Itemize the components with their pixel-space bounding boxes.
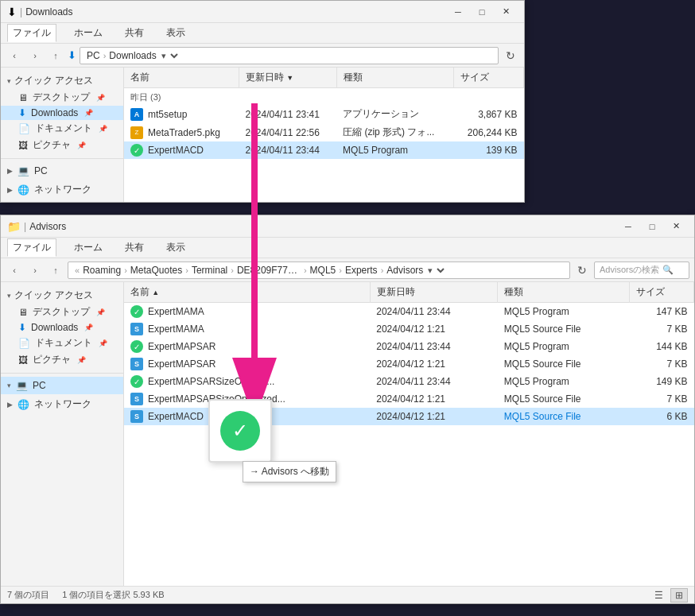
win1-col-size[interactable]: サイズ <box>453 68 523 88</box>
win2-sidebar: ▾ クイック アクセス 🖥 デスクトップ 📌 ⬇ Downloads 📌 📄 ド… <box>1 282 124 586</box>
win2-tab-home[interactable]: ホーム <box>69 239 107 256</box>
win2-tab-share[interactable]: 共有 <box>120 239 149 256</box>
win2-sidebar-pc[interactable]: ▾ 💻 PC <box>1 377 123 394</box>
win1-desktop-label: デスクトップ <box>33 91 90 104</box>
win1-col-date[interactable]: 更新日時 ▼ <box>239 68 336 88</box>
win2-col-size[interactable]: サイズ <box>629 282 693 303</box>
win1-sidebar: ▾ クイック アクセス 🖥 デスクトップ 📌 ⬇ Downloads 📌 📄 ド… <box>1 68 124 202</box>
win1-col-name[interactable]: 名前 <box>124 68 239 88</box>
table-row[interactable]: ✓ ExpertMAPSARSizeOptimiz... 2024/04/11 … <box>124 373 694 390</box>
win1-file-size-2: 139 KB <box>453 141 523 159</box>
win1-tab-file[interactable]: ファイル <box>7 24 56 42</box>
win2-quick-access-header[interactable]: ▾ クイック アクセス <box>1 287 123 304</box>
win1-minimize-button[interactable]: ─ <box>446 4 470 20</box>
win2-up-button[interactable]: ↑ <box>47 262 64 279</box>
win1-address-box[interactable]: PC › Downloads ▾ <box>80 47 499 64</box>
win2-pictures-label: ピクチャ <box>33 353 71 366</box>
win1-file-name-1: Z MetaTrader5.pkg <box>124 123 239 141</box>
win1-file-date-0: 2024/04/11 23:41 <box>239 105 336 123</box>
win1-breadcrumb-downloads[interactable]: Downloads <box>109 50 156 61</box>
win2-address-dropdown[interactable]: ▾ <box>423 265 447 276</box>
table-row[interactable]: ✓ ExpertMAMA 2024/04/11 23:44 MQL5 Progr… <box>124 303 694 321</box>
table-row[interactable]: Z MetaTrader5.pkg 2024/04/11 22:56 圧縮 (z… <box>124 123 524 141</box>
win2-sidebar-downloads[interactable]: ⬇ Downloads 📌 <box>1 320 123 335</box>
win2-bc-roaming[interactable]: Roaming <box>83 265 121 276</box>
win2-file-name-0: ✓ ExpertMAMA <box>124 303 370 321</box>
win1-close-button[interactable]: ✕ <box>494 4 518 20</box>
win2-network-label: ネットワーク <box>34 397 91 411</box>
win1-col-type[interactable]: 種類 <box>336 68 453 88</box>
win1-quick-access-label: クイック アクセス <box>14 74 93 87</box>
win2-col-name[interactable]: 名前 ▲ <box>124 282 370 303</box>
win1-address-dropdown[interactable]: ▾ <box>157 50 181 61</box>
win2-bc-terminal[interactable]: Terminal <box>192 265 227 276</box>
win2-forward-button[interactable]: › <box>26 262 44 279</box>
table-row[interactable]: S ExpertMAMA 2024/04/12 1:21 MQL5 Source… <box>124 320 694 338</box>
win1-sidebar-documents[interactable]: 📄 ドキュメント 📌 <box>1 120 123 137</box>
mq5-icon: ✓ <box>130 144 143 157</box>
win2-address-box[interactable]: « Roaming › MetaQuotes › Terminal › DE82… <box>68 262 570 279</box>
win1-tab-view[interactable]: 表示 <box>161 25 190 41</box>
win1-refresh-button[interactable]: ↻ <box>502 47 519 64</box>
win1-ribbon: ファイル ホーム 共有 表示 <box>1 23 524 44</box>
win1-file-table: 名前 更新日時 ▼ 種類 サイズ 昨日 (3) <box>124 68 524 159</box>
win2-col-date[interactable]: 更新日時 <box>370 282 498 303</box>
win2-title: Advisors <box>29 221 616 232</box>
win1-tab-home[interactable]: ホーム <box>69 25 107 41</box>
win1-documents-label: ドキュメント <box>35 122 92 135</box>
win2-bc-mql5[interactable]: MQL5 <box>310 265 336 276</box>
win1-sidebar-downloads[interactable]: ⬇ Downloads 📌 <box>1 106 123 120</box>
table-row[interactable]: ✓ ExpertMAPSAR 2024/04/11 23:44 MQL5 Pro… <box>124 338 694 355</box>
win1-quick-access-section: ▾ クイック アクセス 🖥 デスクトップ 📌 ⬇ Downloads 📌 📄 ド… <box>1 71 123 155</box>
win1-documents-icon: 📄 <box>18 123 30 134</box>
win2-ribbon: ファイル ホーム 共有 表示 <box>1 238 694 258</box>
mq5-src-icon-3: S <box>130 393 143 405</box>
win2-documents-label: ドキュメント <box>35 336 92 350</box>
win1-maximize-button[interactable]: □ <box>470 4 494 20</box>
win2-tab-view[interactable]: 表示 <box>161 239 190 256</box>
win2-documents-icon: 📄 <box>18 338 30 349</box>
win2-bc-metaquotes[interactable]: MetaQuotes <box>130 265 182 276</box>
table-row[interactable]: ✓ ExpertMACD 2024/04/11 23:44 MQL5 Progr… <box>124 141 524 159</box>
win1-sidebar-pc[interactable]: ▶ 💻 PC <box>1 162 123 180</box>
win1-desktop-icon: 🖥 <box>18 92 28 103</box>
win1-quick-access-chevron: ▾ <box>7 77 11 85</box>
win1-back-button[interactable]: ‹ <box>6 47 23 64</box>
win2-sidebar-desktop[interactable]: 🖥 デスクトップ 📌 <box>1 304 123 320</box>
win2-close-button[interactable]: ✕ <box>664 219 688 234</box>
drop-check-icon: ✓ <box>220 411 260 451</box>
win1-sidebar-pictures[interactable]: 🖼 ピクチャ 📌 <box>1 137 123 153</box>
win2-bc-advisors[interactable]: Advisors <box>386 265 423 276</box>
win1-sidebar-desktop[interactable]: 🖥 デスクトップ 📌 <box>1 89 123 106</box>
win2-sidebar-pictures[interactable]: 🖼 ピクチャ 📌 <box>1 351 123 368</box>
win2-refresh-button[interactable]: ↻ <box>573 262 591 279</box>
win1-group-header: 昨日 (3) <box>124 88 524 106</box>
win2-back-button[interactable]: ‹ <box>6 262 23 279</box>
table-row[interactable]: A mt5setup 2024/04/11 23:41 アプリケーション 3,8… <box>124 105 524 123</box>
win1-up-button[interactable]: ↑ <box>47 47 64 64</box>
win2-bc-hash[interactable]: DE8209F77C8CF37AD8BF550E51FF075 <box>237 265 301 276</box>
win2-col-type[interactable]: 種類 <box>498 282 629 303</box>
move-tooltip: → Advisors へ移動 <box>243 461 336 482</box>
win1-folder-icon: ⬇ <box>7 6 17 18</box>
win1-breadcrumb-pc[interactable]: PC <box>87 50 100 61</box>
mq5-src-icon: S <box>130 323 143 335</box>
win1-sidebar-network[interactable]: ▶ 🌐 ネットワーク <box>1 180 123 200</box>
win2-pc-icon: 💻 <box>16 380 28 391</box>
win2-minimize-button[interactable]: ─ <box>616 219 640 234</box>
win2-search-placeholder: Advisorsの検索 <box>600 264 659 276</box>
win2-sidebar-documents[interactable]: 📄 ドキュメント 📌 <box>1 335 123 351</box>
win1-forward-button[interactable]: › <box>26 47 44 64</box>
win2-bc-experts[interactable]: Experts <box>345 265 378 276</box>
win2-sidebar-network[interactable]: ▶ 🌐 ネットワーク <box>1 394 123 414</box>
win2-body: ▾ クイック アクセス 🖥 デスクトップ 📌 ⬇ Downloads 📌 📄 ド… <box>1 282 694 586</box>
win1-quick-access-header[interactable]: ▾ クイック アクセス <box>1 72 123 89</box>
win1-tab-share[interactable]: 共有 <box>120 25 149 41</box>
table-row[interactable]: S ExpertMAPSAR 2024/04/12 1:21 MQL5 Sour… <box>124 355 694 373</box>
win2-search-box[interactable]: Advisorsの検索 🔍 <box>594 262 689 279</box>
win2-details-view-button[interactable]: ☰ <box>650 588 667 602</box>
win1-downloads-label: Downloads <box>31 107 78 118</box>
win2-large-icons-view-button[interactable]: ⊞ <box>670 588 688 602</box>
win2-tab-file[interactable]: ファイル <box>7 238 56 257</box>
win2-maximize-button[interactable]: □ <box>640 219 664 234</box>
